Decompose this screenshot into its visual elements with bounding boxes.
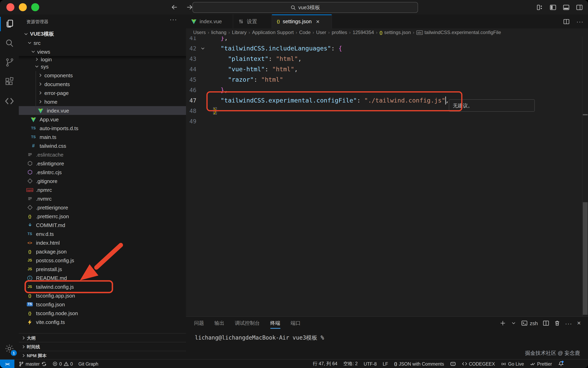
status-git-graph[interactable]: Git Graph — [79, 361, 98, 366]
tree-file-.eslintcache[interactable]: .eslintcache — [19, 150, 186, 159]
panel-tab-终端[interactable]: 终端 — [270, 317, 280, 330]
status-prettier[interactable]: Prettier — [530, 361, 552, 367]
status-cursor-position[interactable]: 行 47, 列 64 — [313, 361, 337, 367]
close-icon[interactable]: × — [316, 18, 320, 25]
status-language-mode[interactable]: {}JSON with Comments — [394, 361, 444, 366]
activity-source-control-icon[interactable] — [0, 53, 19, 72]
breadcrumb-item-Code[interactable]: Code — [299, 30, 311, 35]
breadcrumb-item-tailwindCSS.experimental.configFile[interactable]: abctailwindCSS.experimental.configFile — [416, 30, 501, 35]
editor-scrollbar-thumb[interactable] — [583, 202, 588, 315]
panel-more-actions-icon[interactable]: ··· — [565, 320, 572, 327]
tree-folder-components[interactable]: components — [19, 71, 186, 80]
toggle-panel-icon[interactable] — [562, 3, 570, 11]
tree-file-README.md[interactable]: README.md — [19, 274, 186, 282]
remote-indicator[interactable]: >< — [0, 359, 14, 368]
toggle-primary-sidebar-icon[interactable] — [549, 3, 557, 11]
sidebar-section-时间线[interactable]: 时间线 — [19, 342, 186, 351]
close-panel-icon[interactable]: × — [577, 320, 581, 327]
tree-file-package.json[interactable]: {}package.json — [19, 247, 186, 256]
tree-file-COMMIT.md[interactable]: COMMIT.md — [19, 221, 186, 230]
breadcrumb-item-12594354[interactable]: 12594354 — [353, 30, 374, 35]
tree-file-App.vue[interactable]: App.vue — [19, 115, 186, 124]
fold-chevron-icon[interactable] — [200, 43, 206, 54]
line-number: 48 — [186, 106, 196, 116]
copilot-icon[interactable] — [450, 361, 456, 367]
tree-file-tsconfig.node.json[interactable]: {}tsconfig.node.json — [19, 309, 186, 318]
tree-file-.eslintignore[interactable]: .eslintignore — [19, 159, 186, 168]
breadcrumb-item-lichang[interactable]: lichang — [211, 30, 226, 35]
kill-terminal-icon[interactable] — [554, 320, 560, 326]
zoom-window-button[interactable] — [31, 3, 39, 11]
tree-file-tailwind.config.js[interactable]: JStailwind.config.js — [19, 282, 186, 291]
terminal-prompt[interactable]: lichang@lichangdeMacBook-Air vue3模板 % — [195, 334, 324, 341]
tree-file-postcss.config.js[interactable]: JSpostcss.config.js — [19, 256, 186, 265]
status-codegeex[interactable]: CODEGEEX — [462, 361, 495, 366]
status-eol[interactable]: LF — [383, 361, 388, 366]
tab-设置[interactable]: 设置 — [233, 14, 272, 28]
status-problems[interactable]: 00 — [53, 361, 73, 366]
minimize-window-button[interactable] — [19, 3, 27, 11]
tree-file-.gitignore[interactable]: .gitignore — [19, 177, 186, 185]
editor-more-actions-icon[interactable]: ··· — [576, 18, 584, 25]
tree-folder-src[interactable]: src — [19, 38, 186, 47]
breadcrumb-item-Application Support[interactable]: Application Support — [252, 30, 294, 35]
breadcrumb-item-User[interactable]: User — [316, 30, 326, 35]
status-go-live[interactable]: Go Live — [501, 361, 524, 367]
breadcrumb-item-settings.json[interactable]: {}settings.json — [379, 30, 411, 35]
status-encoding[interactable]: UTF-8 — [364, 361, 377, 366]
tree-file-index.vue[interactable]: index.vue — [19, 106, 186, 115]
tree-folder-views[interactable]: views — [19, 47, 186, 56]
status-indentation[interactable]: 空格: 2 — [343, 361, 358, 367]
tree-file-tsconfig.json[interactable]: TStsconfig.json — [19, 300, 186, 309]
tree-file-auto-imports.d.ts[interactable]: TSauto-imports.d.ts — [19, 124, 186, 133]
tree-file-env.d.ts[interactable]: TSenv.d.ts — [19, 230, 186, 238]
tree-folder-sys[interactable]: sys — [19, 62, 186, 71]
close-window-button[interactable] — [6, 3, 14, 11]
tree-file-.nvmrc[interactable]: .nvmrc — [19, 194, 186, 203]
tree-file-main.ts[interactable]: TSmain.ts — [19, 133, 186, 141]
tree-file-vite.config.ts[interactable]: vite.config.ts — [19, 318, 186, 326]
tree-folder-VUE3模板[interactable]: VUE3模板 — [19, 30, 186, 38]
tree-file-preinstall.js[interactable]: JSpreinstall.js — [19, 265, 186, 274]
panel-tab-端口[interactable]: 端口 — [291, 317, 301, 330]
terminal-shell-item[interactable]: zsh — [521, 320, 538, 326]
panel-tab-问题[interactable]: 问题 — [194, 317, 204, 330]
activity-extensions-icon[interactable] — [0, 72, 19, 91]
tree-folder-error-page[interactable]: error-page — [19, 89, 186, 97]
tab-settings.json[interactable]: {}settings.json× — [272, 14, 332, 28]
activity-codegeex-icon[interactable] — [0, 91, 19, 110]
tree-folder-home[interactable]: home — [19, 97, 186, 106]
navigate-back-button[interactable] — [170, 2, 179, 12]
code-editor[interactable]: 无建议。 41 },42 "tailwindCSS.includeLanguag… — [186, 37, 588, 316]
new-terminal-icon[interactable] — [500, 320, 506, 326]
command-center-search[interactable]: vue3模板 — [193, 2, 418, 13]
status-branch[interactable]: master — [18, 361, 47, 367]
tab-index.vue[interactable]: index.vue — [186, 14, 233, 28]
panel-tab-输出[interactable]: 输出 — [214, 317, 224, 330]
terminal-dropdown-chevron-icon[interactable] — [511, 320, 517, 326]
item-label: env.d.ts — [36, 231, 54, 237]
breadcrumb-item-profiles[interactable]: profiles — [332, 30, 347, 35]
customize-layout-icon[interactable] — [535, 3, 544, 11]
tree-file-index.html[interactable]: <>index.html — [19, 238, 186, 247]
tree-file-.eslintrc.cjs[interactable]: .eslintrc.cjs — [19, 168, 186, 177]
tree-file-.prettierignore[interactable]: .prettierignore — [19, 203, 186, 212]
tree-file-tailwind.css[interactable]: #tailwind.css — [19, 141, 186, 150]
toggle-secondary-sidebar-icon[interactable] — [575, 3, 583, 11]
split-terminal-icon[interactable] — [543, 320, 549, 326]
tree-folder-documents[interactable]: documents — [19, 80, 186, 89]
sidebar-section-NPM 脚本[interactable]: NPM 脚本 — [19, 351, 186, 359]
panel-tab-调试控制台[interactable]: 调试控制台 — [235, 317, 260, 330]
activity-explorer-icon[interactable] — [0, 14, 19, 34]
manage-gear-icon[interactable]: 1 — [0, 338, 19, 359]
breadcrumb-item-Users[interactable]: Users — [193, 30, 206, 35]
breadcrumb-item-Library[interactable]: Library — [232, 30, 246, 35]
more-actions-icon[interactable]: ··· — [170, 16, 177, 23]
notifications-bell-icon[interactable] — [558, 361, 564, 367]
tree-file-tsconfig.app.json[interactable]: {}tsconfig.app.json — [19, 291, 186, 300]
tree-file-.prettierrc.json[interactable]: {}.prettierrc.json — [19, 212, 186, 221]
tree-file-.npmrc[interactable]: npm.npmrc — [19, 185, 186, 194]
activity-search-icon[interactable] — [0, 34, 19, 53]
sidebar-section-大纲[interactable]: 大纲 — [19, 333, 186, 342]
split-editor-icon[interactable] — [562, 18, 570, 25]
